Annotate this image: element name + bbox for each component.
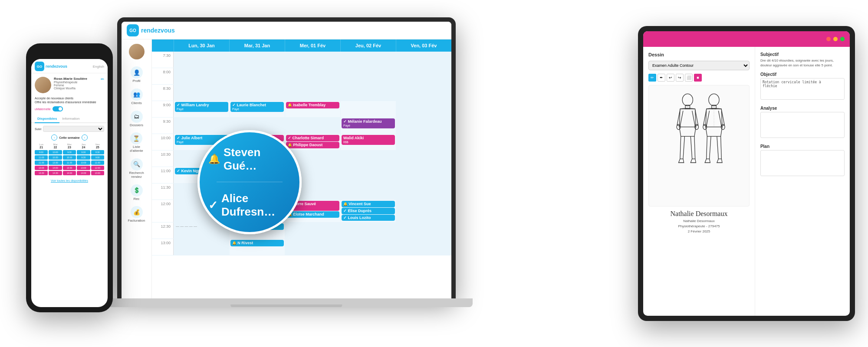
phone-slot[interactable]: 14:00 xyxy=(77,171,90,175)
sidebar-item-recherche[interactable]: 🔍 Recherch rendez xyxy=(129,158,144,179)
phone-next-week[interactable]: › xyxy=(82,134,88,141)
cell-730-tue xyxy=(229,52,285,68)
event-louis-lozito[interactable]: Louis Lozito xyxy=(342,215,395,221)
tablet-field-analyse: Analyse xyxy=(760,106,845,140)
tool-rect[interactable]: ⬜ xyxy=(685,74,693,82)
cal-day-header-wed: Mer, 01 Fév xyxy=(285,39,340,52)
tablet-signature: Nathalie Desormaux xyxy=(648,210,750,218)
cell-1230-fri xyxy=(396,223,451,239)
phone-slot[interactable]: 9:00 xyxy=(77,150,90,154)
time-900: 9:00 xyxy=(152,101,174,117)
phone-edit-icon[interactable]: ✏ xyxy=(101,77,104,82)
tool-undo[interactable]: ↩ xyxy=(667,74,674,82)
phone-slot[interactable]: 10:00 xyxy=(49,150,62,154)
cell-730-thu xyxy=(340,52,396,68)
phone-screen: GO rendezvous English Rose-Marie Soulièr… xyxy=(31,59,108,307)
scene: GO rendezvous English Rose-Marie Soulièr… xyxy=(0,0,868,347)
cell-1130-thu xyxy=(340,183,396,200)
phone-slot[interactable]: 11:30 xyxy=(35,160,48,165)
sidebar-item-rec[interactable]: 💲 Rec xyxy=(131,184,143,201)
phone-slot[interactable]: 13:30 xyxy=(35,171,48,175)
event-isabelle-tremblay[interactable]: Isabelle Tremblay xyxy=(286,102,339,108)
phone-prev-week[interactable]: ‹ xyxy=(51,134,57,141)
sidebar-item-facturation[interactable]: 💰 Facturation xyxy=(128,206,145,223)
event-n-rivest[interactable]: N Rivest xyxy=(230,240,284,246)
event-vincent-sue[interactable]: Vincent Sue xyxy=(342,201,395,207)
phone-view-all[interactable]: Voir toutes les disponibilités xyxy=(31,176,108,186)
cal-row-1100: 11:00 Kevin Nguyen Marie Papin xyxy=(152,167,451,183)
sidebar-item-clients[interactable]: 👥 Clients xyxy=(131,88,143,105)
event-melanie-falardeau[interactable]: Mélanie Falardeau Payé xyxy=(342,118,395,128)
phone-day-tue: Mar 22 xyxy=(49,143,62,149)
phone-filter-label: Suivi xyxy=(35,128,41,131)
phone-slot[interactable]: 13:00 xyxy=(91,171,104,175)
phone-slot[interactable]: 9:30 xyxy=(63,150,76,154)
phone-tab-disponibles[interactable]: Disponibles xyxy=(35,115,59,123)
event-elise-dupres[interactable]: Élise Duprés xyxy=(342,208,395,214)
time-1100: 11:00 xyxy=(152,167,174,183)
phone-profile-gender: Femme xyxy=(54,84,98,87)
signer-name: Nathalie Desormaux xyxy=(648,219,750,224)
phone-slot[interactable]: 9:30 xyxy=(77,155,90,160)
phone-slot[interactable]: 14:00 xyxy=(49,166,62,170)
phone-slot[interactable]: 13:30 xyxy=(49,160,62,165)
phone-slot[interactable]: 14:00 xyxy=(63,171,76,175)
phone-slot[interactable]: 9:00 xyxy=(35,150,48,154)
cell-1300-tue: N Rivest xyxy=(229,239,285,255)
phone-slot[interactable]: 13:30 xyxy=(63,166,76,170)
phone-logo-icon: GO xyxy=(35,62,44,71)
event-sub: Payé xyxy=(177,108,227,111)
tool-redo[interactable]: ↪ xyxy=(676,74,684,82)
phone-slot[interactable]: 10:30 xyxy=(49,155,62,160)
signer-role: Physiothérapeute - 279475 xyxy=(648,224,750,229)
phone-slot[interactable]: 13:00 xyxy=(35,166,48,170)
phone-slot[interactable]: 11:30 xyxy=(63,160,76,165)
phone-slot[interactable]: 8:30 xyxy=(91,150,104,154)
phone-slot[interactable]: 14:30 xyxy=(49,171,62,175)
tablet-exam-select[interactable]: Examen Adulte Contour xyxy=(648,61,750,70)
event-eloise-marchand[interactable]: Éloïse Marchand xyxy=(286,211,339,218)
tool-color[interactable]: ■ xyxy=(694,74,702,82)
phone-day-wed: Mer 23 xyxy=(63,143,76,149)
cal-row-1200: 12:00 — — — — — Pierre Sauvé 8$$ xyxy=(152,200,451,223)
phone-filter-select[interactable] xyxy=(43,126,104,132)
tool-pencil[interactable]: ✏ xyxy=(648,74,656,82)
tablet-signer-info: Nathalie Desormaux Physiothérapeute - 27… xyxy=(648,219,750,234)
phone-slot[interactable]: 11:00 xyxy=(91,160,104,165)
phone-slot[interactable]: 10:00 xyxy=(63,155,76,160)
phone-slot[interactable]: 13:00 xyxy=(77,166,90,170)
field-textarea-analyse[interactable] xyxy=(760,112,845,138)
event-charlotte-simard[interactable]: Charlotte Simard xyxy=(286,135,339,141)
tablet-right-panel: Subjectif Dre dit 4/10 étourdies, soigna… xyxy=(755,47,850,316)
event-laurie-blanchet[interactable]: Laurie Blanchet Payé xyxy=(230,102,284,112)
cell-800-wed xyxy=(285,68,340,84)
phone-slot[interactable]: 12:00 xyxy=(91,166,104,170)
cal-logo-text: rendezvous xyxy=(141,27,175,34)
magnify-entry-alice: Alice Dufresn… xyxy=(208,192,291,219)
phone-slot[interactable]: 9:00 xyxy=(91,155,104,160)
cell-1300-thu xyxy=(340,239,396,255)
tablet-signature-area: Nathalie Desormaux Nathalie Desormaux Ph… xyxy=(648,210,750,234)
svg-point-0 xyxy=(682,94,693,106)
sidebar-item-dossiers[interactable]: 🗂 Dossiers xyxy=(130,111,143,128)
field-textarea-plan[interactable] xyxy=(760,150,845,176)
event-walid-akiki[interactable]: Walid Akiki 8$$ xyxy=(342,135,395,145)
cell-830-wed xyxy=(285,85,340,101)
event-william-landry[interactable]: William Landry Payé xyxy=(175,102,228,112)
sidebar-item-profil[interactable]: 👤 Profil xyxy=(131,66,143,83)
phone-toggle[interactable] xyxy=(53,106,63,111)
cal-logo: GO rendezvous xyxy=(127,24,175,36)
field-textarea-objectif[interactable]: Rotation cervicale limitée à fléchie xyxy=(760,78,845,100)
event-philippe-daoust[interactable]: Philippe Daoust xyxy=(286,142,339,148)
sidebar-label-facturation: Facturation xyxy=(128,219,145,223)
phone-week-label: Cette semaine xyxy=(59,136,79,139)
cell-1230-wed xyxy=(285,223,340,239)
phone-slot[interactable]: 11:00 xyxy=(35,155,48,160)
phone-tab-information[interactable]: Information xyxy=(59,115,82,122)
phone-cal-header: Lun 21 Mar 22 Mer 23 Jeu 24 xyxy=(35,143,104,149)
cell-1130-fri xyxy=(396,183,451,200)
sidebar-item-liste[interactable]: ⏳ Liste d'attente xyxy=(130,132,143,153)
tool-pen[interactable]: ✒ xyxy=(658,74,665,82)
phone-day-fri: Ven 25 xyxy=(91,143,104,149)
phone-slot[interactable]: 10:00 xyxy=(77,160,90,165)
